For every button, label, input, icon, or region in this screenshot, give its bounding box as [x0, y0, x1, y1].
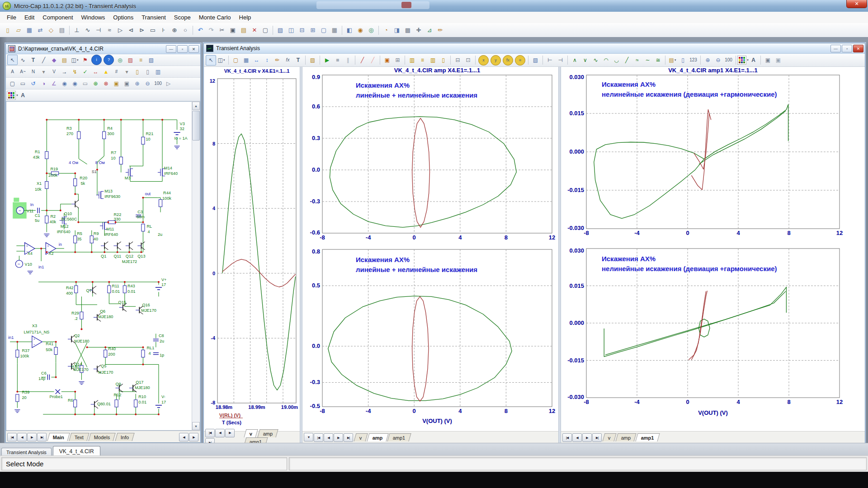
current-source-icon[interactable]: ○ — [180, 25, 191, 36]
link-icon[interactable]: ◎ — [115, 55, 125, 65]
properties-icon[interactable]: ▨ — [307, 55, 318, 66]
ground-icon[interactable]: ⊥ — [71, 25, 82, 36]
refresh-icon[interactable]: ↺ — [28, 78, 38, 89]
plot-group-1-icon[interactable]: ▥ — [407, 55, 417, 66]
node-dropdown-icon[interactable]: ▾ — [38, 66, 49, 77]
tokens-icon[interactable]: ⊞ — [392, 55, 403, 66]
region-enable-icon[interactable]: ▨ — [125, 55, 136, 65]
redo-icon[interactable]: ↷ — [206, 25, 217, 36]
powers-icon[interactable]: ↯ — [70, 66, 80, 77]
menu-options[interactable]: Options — [109, 13, 137, 22]
opamp-icon[interactable]: ⊳ — [137, 25, 147, 36]
pause-icon[interactable]: ∥ — [343, 55, 353, 66]
print-icon[interactable]: ▤ — [57, 25, 67, 36]
shapes-icon[interactable]: ◫▾ — [216, 55, 226, 66]
node-voltages-icon[interactable]: V — [49, 66, 59, 77]
shape-editor-icon[interactable]: ◉ — [355, 25, 366, 36]
scroll-down-icon[interactable]: ▼ — [192, 422, 200, 430]
nav-button[interactable]: ▶| — [592, 433, 602, 442]
region-box-icon[interactable]: ▭ — [18, 78, 28, 89]
nav-button[interactable]: ◀ — [572, 433, 582, 442]
horizontal-axis-icon[interactable]: ⊟ — [453, 55, 463, 66]
zoom-out-icon[interactable]: ⊖ — [142, 78, 153, 89]
scrollbar-thumb[interactable] — [192, 111, 200, 141]
cascade-icon[interactable]: ▧ — [275, 25, 286, 36]
rotate-icon[interactable]: ∠ — [49, 78, 59, 89]
font-icon[interactable]: A — [748, 55, 759, 66]
tab-v[interactable]: v — [244, 429, 258, 437]
nav-button[interactable]: ▶ — [27, 433, 37, 441]
nav-button[interactable]: ◀ — [324, 433, 333, 442]
go-to-x-icon[interactable]: x — [478, 55, 489, 66]
nav-button[interactable]: |◀ — [314, 433, 323, 442]
schematic-titlebar[interactable]: D:\Картинки_статья\VK_4_t_4.CIR —▫✕ — [6, 44, 200, 54]
nav-button[interactable]: ◀ — [179, 433, 189, 441]
undo-icon[interactable]: ↶ — [195, 25, 206, 36]
enable-icon[interactable]: ⊕ — [90, 78, 101, 89]
menu-file[interactable]: File — [3, 13, 20, 22]
grid-dropdown-icon[interactable]: ▾ — [122, 66, 132, 77]
high-icon[interactable]: ◠ — [601, 55, 611, 66]
conditions-icon[interactable]: ✓ — [80, 66, 90, 77]
repeat-icon[interactable]: ▭ — [80, 78, 90, 89]
copy-page-icon[interactable]: ▣ — [111, 78, 122, 89]
scale-mode-icon[interactable]: ↔ — [251, 55, 262, 66]
plot-area-v[interactable]: VK_4_t_4.CIR v X4.E1=.1...112840-4-818.9… — [204, 67, 300, 431]
tab-models[interactable]: Models — [89, 433, 116, 441]
flag-icon[interactable]: ⚑ — [80, 55, 90, 65]
scroll-dropdown-icon[interactable]: ▼ — [304, 433, 313, 441]
text-tool-icon[interactable]: T — [293, 55, 303, 66]
tab-amp[interactable]: amp — [257, 429, 278, 437]
browser-icon[interactable]: ◎ — [366, 25, 377, 36]
tab-v[interactable]: v — [354, 433, 368, 441]
close-button[interactable]: ✕ — [189, 45, 199, 53]
help-mode-icon[interactable]: ? — [104, 55, 114, 65]
data-points-icon[interactable]: ▣ — [382, 55, 392, 66]
calculator-icon[interactable]: ▦ — [329, 25, 340, 36]
menu-scope[interactable]: Scope — [170, 13, 195, 22]
plot-area-amp1[interactable]: VK_4_t_4.CIR amp1 X4.E1=.1...10.0300.015… — [561, 67, 865, 431]
copy-icon[interactable]: ▣ — [227, 25, 238, 36]
restore-button[interactable]: ▫ — [177, 45, 188, 53]
cleanup-icon[interactable]: ▧ — [530, 55, 541, 66]
negative-slope-icon[interactable]: ╱ — [368, 55, 378, 66]
battery-icon[interactable]: ⊦ — [158, 25, 169, 36]
transient-titlebar[interactable]: Transient Analysis —▫✕ — [204, 43, 865, 54]
find-next-icon[interactable]: ◉ — [70, 78, 80, 89]
wire-mode-icon[interactable]: ∿ — [18, 55, 28, 65]
nav-button[interactable]: ▶| — [37, 433, 47, 441]
transistor-icon[interactable]: ⊲ — [126, 25, 137, 36]
plot-area-amp[interactable]: VK_4_t_4.CIR amp X4.E1=.1...10.90.60.30.… — [302, 67, 558, 431]
node-numbers-icon[interactable]: N — [28, 66, 38, 77]
cursor-mode-icon[interactable]: ↕ — [262, 55, 272, 66]
go-to-branch-icon[interactable]: ≡ — [515, 55, 525, 66]
graph-mode-icon[interactable]: ▦ — [241, 55, 251, 66]
check-layout-icon[interactable]: ▧ — [146, 55, 156, 65]
optimizer-icon[interactable]: ▩ — [402, 25, 413, 36]
tab-amp[interactable]: amp — [367, 433, 388, 441]
cursor-select-icon[interactable]: ⊡ — [463, 55, 473, 66]
tab-amp[interactable]: amp — [615, 433, 637, 441]
nav-button[interactable]: ▶ — [334, 433, 343, 442]
component-panel-icon[interactable]: ◧ — [344, 25, 355, 36]
select-icon[interactable]: ↖ — [206, 55, 216, 66]
animate-icon[interactable]: ◔ — [381, 25, 392, 36]
schematic-vertical-scrollbar[interactable]: ▲ ▼ — [192, 101, 200, 431]
menu-help[interactable]: Help — [235, 13, 255, 22]
tab-amp1[interactable]: amp1 — [387, 433, 411, 441]
open-icon[interactable]: ▱ — [13, 25, 24, 36]
color-picker-icon[interactable]: ▾ — [738, 55, 748, 66]
copy-window-icon[interactable]: ▣ — [773, 55, 783, 66]
close-button[interactable]: ✕ — [846, 0, 867, 8]
close-button[interactable]: ✕ — [853, 45, 863, 52]
title-block-icon[interactable]: ≡ — [136, 55, 146, 65]
attribute-wave-icon[interactable]: A~ — [18, 66, 28, 77]
wave-icon[interactable]: ∿ — [590, 55, 601, 66]
cut-icon[interactable]: ✂ — [217, 25, 227, 36]
menu-edit[interactable]: Edit — [20, 13, 38, 22]
edit-analysis-icon[interactable]: ✏ — [435, 25, 446, 36]
line-mode-icon[interactable]: ╱ — [38, 55, 49, 65]
flow-chart-icon[interactable]: ▥ — [153, 66, 163, 77]
menu-component[interactable]: Component — [38, 13, 77, 22]
disable-icon[interactable]: ⊗ — [101, 78, 111, 89]
